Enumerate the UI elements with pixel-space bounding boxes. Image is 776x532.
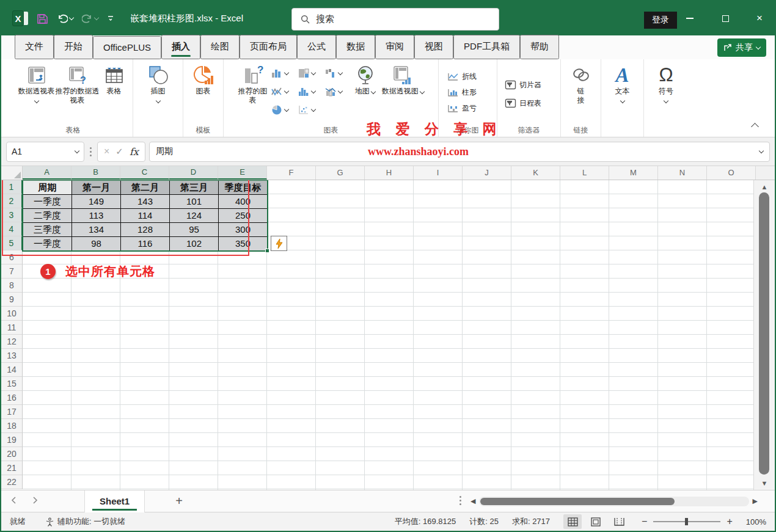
row-header-6[interactable]: 6 xyxy=(1,250,23,264)
slicer-button[interactable]: 切片器 xyxy=(505,77,541,93)
column-header-j[interactable]: J xyxy=(463,166,511,180)
row-header-8[interactable]: 8 xyxy=(1,279,23,293)
column-header-o[interactable]: O xyxy=(707,166,756,180)
cell-A5[interactable]: 一季度 xyxy=(23,237,72,251)
pivotchart-button[interactable]: 数据透视图 xyxy=(379,60,427,96)
insert-column-chart-button[interactable] xyxy=(271,64,298,82)
prev-sheet-button[interactable] xyxy=(1,497,26,506)
column-header-l[interactable]: L xyxy=(560,166,609,180)
cell-E3[interactable]: 250 xyxy=(219,209,268,223)
column-header-d[interactable]: D xyxy=(169,166,218,180)
customize-qat-button[interactable] xyxy=(107,15,114,22)
cell-C2[interactable]: 143 xyxy=(121,195,170,209)
cell-A2[interactable]: 一季度 xyxy=(23,195,72,209)
page-layout-view-button[interactable] xyxy=(587,514,605,529)
zoom-level[interactable]: 100% xyxy=(746,517,766,527)
share-button[interactable]: 共享 xyxy=(717,38,766,57)
recommended-charts-button[interactable]: ? 推荐的图表 xyxy=(235,60,271,105)
ribbon-tab-1[interactable]: 开始 xyxy=(54,35,93,59)
row-header-11[interactable]: 11 xyxy=(1,321,23,335)
row-header-5[interactable]: 5 xyxy=(1,236,23,250)
column-header-g[interactable]: G xyxy=(316,166,365,180)
ribbon-tab-9[interactable]: 视图 xyxy=(414,35,453,59)
cell-D1[interactable]: 第三月 xyxy=(170,181,219,195)
collapse-ribbon-icon[interactable] xyxy=(751,123,759,131)
column-header-h[interactable]: H xyxy=(365,166,414,180)
cell-D5[interactable]: 102 xyxy=(170,237,219,251)
cell-A3[interactable]: 二季度 xyxy=(23,209,72,223)
row-header-13[interactable]: 13 xyxy=(1,349,23,363)
confirm-entry-icon[interactable]: ✓ xyxy=(115,146,123,157)
status-average[interactable]: 平均值: 169.8125 xyxy=(395,516,456,527)
save-button[interactable] xyxy=(37,13,48,24)
undo-button[interactable] xyxy=(57,13,73,23)
cell-B4[interactable]: 134 xyxy=(72,223,121,237)
text-button[interactable]: A 文本 xyxy=(607,60,639,105)
cell-E2[interactable]: 400 xyxy=(219,195,268,209)
zoom-out-button[interactable]: − xyxy=(642,516,647,527)
cell-E5[interactable]: 350 xyxy=(219,237,268,251)
maps-button[interactable]: 地图 xyxy=(351,60,379,96)
cell-C4[interactable]: 128 xyxy=(121,223,170,237)
sparkline-line-button[interactable]: 折线 xyxy=(447,68,477,84)
row-header-15[interactable]: 15 xyxy=(1,377,23,391)
row-header-22[interactable]: 22 xyxy=(1,475,23,489)
insert-line-chart-button[interactable] xyxy=(271,82,298,101)
template-charts-button[interactable]: 图表 xyxy=(186,60,221,96)
cell-E1[interactable]: 季度目标 xyxy=(219,181,268,195)
zoom-slider[interactable] xyxy=(653,521,720,522)
row-header-18[interactable]: 18 xyxy=(1,419,23,433)
table-button[interactable]: 表格 xyxy=(100,60,129,96)
row-header-17[interactable]: 17 xyxy=(1,405,23,419)
cell-B2[interactable]: 149 xyxy=(72,195,121,209)
maximize-button[interactable] xyxy=(715,9,736,28)
ribbon-tab-6[interactable]: 公式 xyxy=(297,35,336,59)
ribbon-tab-0[interactable]: 文件 xyxy=(15,35,54,59)
close-button[interactable]: × xyxy=(749,9,770,28)
ribbon-tab-10[interactable]: PDF工具箱 xyxy=(453,35,520,59)
cell-D3[interactable]: 124 xyxy=(170,209,219,223)
vertical-scrollbar[interactable]: ▲ ▼ xyxy=(753,180,775,490)
cell-D2[interactable]: 101 xyxy=(170,195,219,209)
insert-scatter-chart-button[interactable] xyxy=(298,101,324,119)
cell-C1[interactable]: 第二月 xyxy=(121,181,170,195)
cell-B3[interactable]: 113 xyxy=(72,209,121,223)
next-sheet-button[interactable] xyxy=(26,497,44,506)
name-box[interactable]: A1 xyxy=(6,142,84,162)
row-header-16[interactable]: 16 xyxy=(1,391,23,405)
cell-A1[interactable]: 周期 xyxy=(23,181,72,195)
status-count[interactable]: 计数: 25 xyxy=(469,516,499,527)
symbol-button[interactable]: Ω 符号 xyxy=(650,60,682,105)
illustrations-button[interactable]: 插图 xyxy=(139,60,177,105)
sparkline-column-button[interactable]: 柱形 xyxy=(447,84,477,100)
sparkline-winloss-button[interactable]: 盈亏 xyxy=(447,100,477,116)
timeline-button[interactable]: 日程表 xyxy=(505,95,541,111)
insert-hierarchy-chart-button[interactable] xyxy=(298,64,324,82)
cell-E4[interactable]: 300 xyxy=(219,223,268,237)
row-header-3[interactable]: 3 xyxy=(1,208,23,222)
pivottable-button[interactable]: 数据透视表 xyxy=(18,60,56,105)
cell-C3[interactable]: 114 xyxy=(121,209,170,223)
row-header-10[interactable]: 10 xyxy=(1,307,23,321)
ribbon-tab-8[interactable]: 审阅 xyxy=(375,35,414,59)
row-header-19[interactable]: 19 xyxy=(1,433,23,447)
column-header-c[interactable]: C xyxy=(120,166,169,180)
minimize-button[interactable] xyxy=(679,9,700,28)
new-sheet-button[interactable]: + xyxy=(175,494,183,508)
zoom-slider-handle[interactable] xyxy=(685,518,688,525)
column-header-a[interactable]: A xyxy=(23,166,71,180)
column-header-m[interactable]: M xyxy=(609,166,658,180)
status-sum[interactable]: 求和: 2717 xyxy=(512,516,550,527)
horizontal-scrollbar[interactable]: ◀ ▶ xyxy=(470,495,758,507)
cell-B5[interactable]: 98 xyxy=(72,237,121,251)
row-header-14[interactable]: 14 xyxy=(1,363,23,377)
scroll-left-icon[interactable]: ◀ xyxy=(470,497,475,505)
page-break-view-button[interactable] xyxy=(610,514,628,529)
insert-pie-chart-button[interactable] xyxy=(271,101,298,119)
formula-bar-splitter[interactable] xyxy=(88,147,93,156)
horizontal-scroll-thumb[interactable] xyxy=(480,498,675,505)
row-header-2[interactable]: 2 xyxy=(1,194,23,208)
cell-C5[interactable]: 116 xyxy=(121,237,170,251)
cell-B1[interactable]: 第一月 xyxy=(72,181,121,195)
cell-D4[interactable]: 95 xyxy=(170,223,219,237)
